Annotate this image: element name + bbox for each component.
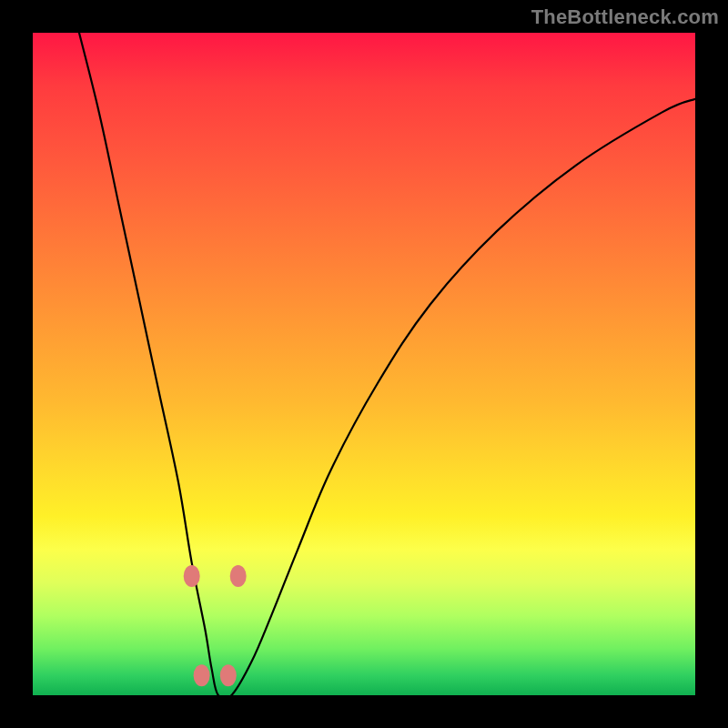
curve-marker	[230, 565, 247, 587]
curve-svg	[33, 33, 695, 695]
curve-marker	[184, 565, 200, 587]
curve-marker	[194, 664, 210, 686]
chart-frame: TheBottleneck.com	[0, 0, 728, 728]
curve-marker	[220, 664, 237, 686]
watermark-text: TheBottleneck.com	[531, 5, 719, 29]
plot-area	[33, 33, 695, 695]
bottleneck-curve	[79, 33, 695, 699]
curve-markers	[184, 565, 247, 686]
